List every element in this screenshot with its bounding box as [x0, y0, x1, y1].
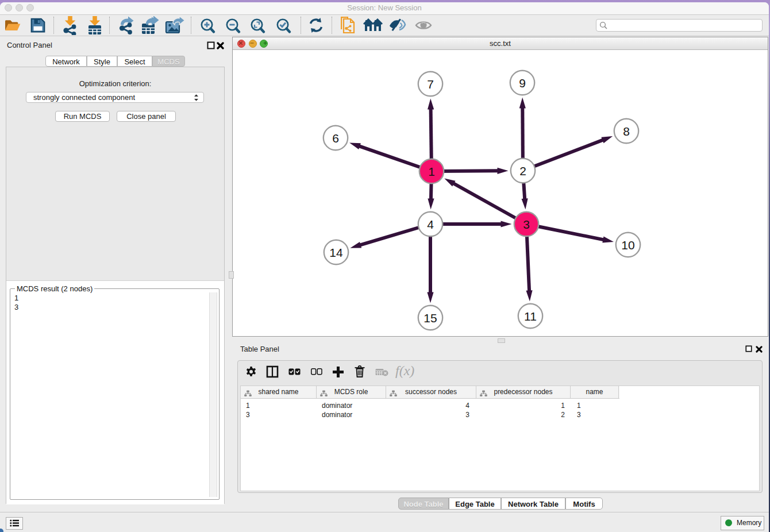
svg-text:9: 9 — [519, 76, 526, 90]
svg-text:2: 2 — [519, 164, 526, 178]
svg-text:3: 3 — [523, 218, 530, 231]
svg-text:15: 15 — [424, 311, 437, 325]
svg-text:10: 10 — [621, 238, 634, 252]
svg-text:8: 8 — [623, 125, 630, 138]
svg-text:7: 7 — [427, 78, 434, 91]
svg-text:1: 1 — [428, 165, 435, 178]
svg-text:6: 6 — [332, 132, 339, 145]
svg-text:14: 14 — [329, 246, 343, 259]
svg-text:4: 4 — [427, 218, 434, 231]
svg-text:11: 11 — [524, 310, 537, 323]
